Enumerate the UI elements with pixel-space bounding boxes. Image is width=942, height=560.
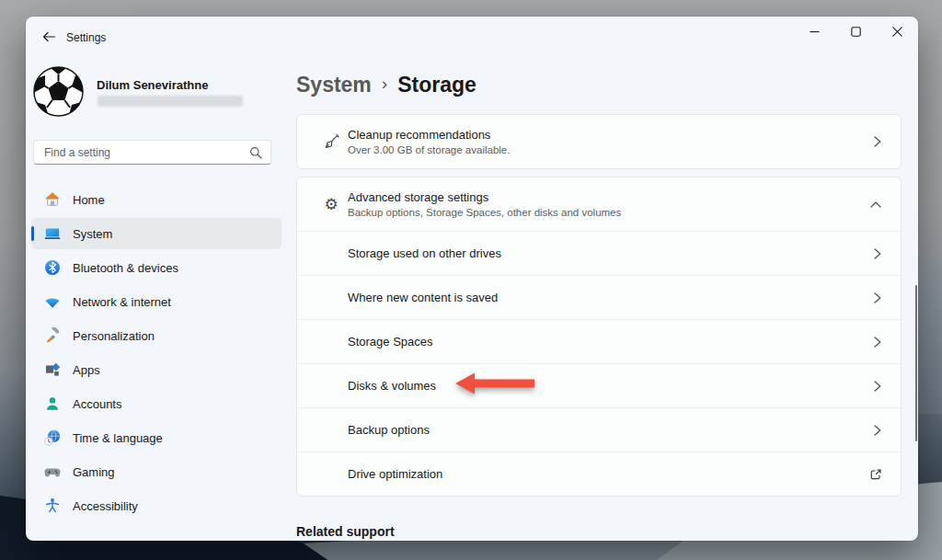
chevron-right-icon (873, 424, 886, 437)
chevron-right-icon (873, 247, 886, 260)
sidebar: Dilum Senevirathne Home (26, 17, 294, 541)
search-input[interactable] (34, 146, 249, 159)
scrollbar-thumb[interactable] (915, 285, 918, 441)
chevron-right-icon (873, 291, 886, 304)
home-icon (44, 191, 61, 208)
sidebar-item-label: System (73, 227, 112, 241)
sidebar-item-bluetooth-devices[interactable]: Bluetooth & devices (31, 252, 281, 283)
sidebar-item-label: Network & internet (73, 295, 171, 309)
row-subtitle: Backup options, Storage Spaces, other di… (348, 207, 621, 218)
row-title: Storage used on other drives (348, 246, 501, 260)
sidebar-item-accounts[interactable]: Accounts (31, 388, 281, 419)
network-icon (44, 293, 61, 310)
sidebar-item-label: Personalization (73, 329, 155, 343)
chevron-right-icon (873, 135, 886, 148)
storage-used-on-other-drives-row[interactable]: Storage used on other drives (297, 231, 901, 275)
accounts-icon (44, 395, 61, 412)
sidebar-item-label: Apps (73, 363, 100, 377)
chevron-up-icon (869, 200, 886, 209)
breadcrumb: System › Storage (296, 70, 902, 99)
accessibility-icon (44, 497, 61, 514)
sidebar-item-accessibility[interactable]: Accessibility (31, 490, 281, 521)
system-icon (44, 225, 61, 242)
advanced-storage-settings-row[interactable]: ⚙ Advanced storage settings Backup optio… (297, 177, 901, 231)
backup-options-row[interactable]: Backup options (297, 407, 901, 451)
sidebar-item-label: Bluetooth & devices (73, 261, 178, 275)
apps-icon (44, 361, 61, 378)
row-title: Backup options (348, 423, 430, 437)
sidebar-item-gaming[interactable]: Gaming (31, 456, 281, 487)
sidebar-nav: Home System (31, 184, 281, 524)
breadcrumb-separator-icon: › (382, 74, 387, 96)
profile-email-redacted (98, 96, 243, 107)
gear-icon: ⚙ (322, 195, 340, 214)
profile-name: Dilum Senevirathne (97, 78, 208, 92)
cleanup-recommendations-row[interactable]: Cleanup recommendations Over 3.00 GB of … (297, 115, 901, 168)
broom-icon (322, 133, 340, 151)
sidebar-item-system[interactable]: System (31, 218, 281, 249)
chevron-right-icon (873, 380, 886, 393)
sidebar-item-home[interactable]: Home (31, 184, 281, 215)
search-box (33, 140, 271, 165)
drive-optimization-row[interactable]: Drive optimization (297, 451, 901, 496)
advanced-storage-settings-card: ⚙ Advanced storage settings Backup optio… (296, 177, 902, 497)
external-link-icon (869, 468, 886, 481)
settings-window: Settings (26, 17, 918, 541)
related-support-heading: Related support (296, 524, 902, 539)
sidebar-item-personalization[interactable]: Personalization (31, 320, 281, 351)
cleanup-recommendations-card: Cleanup recommendations Over 3.00 GB of … (296, 114, 902, 169)
row-title: Drive optimization (348, 467, 442, 481)
row-title: Disks & volumes (348, 379, 436, 393)
page-title: Storage (397, 73, 477, 97)
row-title: Storage Spaces (348, 335, 433, 349)
disks-and-volumes-row[interactable]: Disks & volumes (297, 363, 901, 407)
sidebar-item-label: Time & language (73, 431, 163, 445)
storage-spaces-row[interactable]: Storage Spaces (297, 319, 901, 363)
personalization-icon (44, 327, 61, 344)
sidebar-item-label: Home (73, 193, 105, 207)
row-title: Cleanup recommendations (348, 128, 510, 142)
main-content: System › Storage Cleanup recommendations… (296, 17, 902, 539)
where-new-content-is-saved-row[interactable]: Where new content is saved (297, 275, 901, 319)
row-title: Where new content is saved (348, 291, 498, 304)
sidebar-item-label: Accounts (73, 397, 121, 411)
time-language-icon (44, 429, 61, 446)
bluetooth-icon (44, 259, 61, 276)
breadcrumb-parent[interactable]: System (296, 73, 372, 97)
search-icon[interactable] (249, 146, 262, 159)
sidebar-item-apps[interactable]: Apps (31, 354, 281, 385)
row-title: Advanced storage settings (348, 190, 621, 204)
sidebar-item-label: Gaming (73, 465, 115, 479)
sidebar-item-time-language[interactable]: Time & language (31, 422, 281, 453)
wallpaper-facet (918, 257, 942, 414)
sidebar-item-network-internet[interactable]: Network & internet (31, 286, 281, 317)
sidebar-item-label: Accessibility (73, 499, 138, 513)
chevron-right-icon (873, 336, 886, 349)
row-subtitle: Over 3.00 GB of storage available. (348, 144, 510, 155)
gaming-icon (44, 463, 61, 480)
avatar[interactable] (33, 66, 84, 117)
